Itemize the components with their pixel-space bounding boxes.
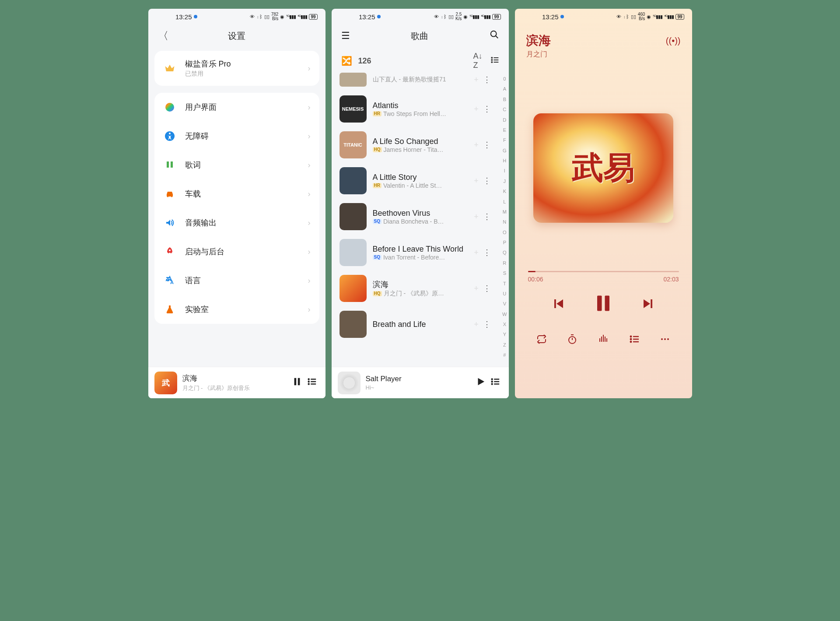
song-row[interactable]: A Little Story HRValentin - A Little St…… xyxy=(338,163,494,199)
alpha-H[interactable]: H xyxy=(502,157,507,165)
np-track-title[interactable]: 滨海 xyxy=(526,32,681,49)
next-button[interactable] xyxy=(641,297,654,313)
pause-button[interactable] xyxy=(290,377,304,389)
equalizer-button[interactable] xyxy=(597,334,609,347)
song-subtitle: HRTwo Steps From Hell… xyxy=(373,110,471,117)
queue-button[interactable] xyxy=(304,377,319,389)
alpha-T[interactable]: T xyxy=(502,280,507,288)
add-button[interactable]: + xyxy=(471,140,482,150)
search-button[interactable] xyxy=(490,30,499,42)
cast-button[interactable]: ((•)) xyxy=(666,36,681,46)
song-more-button[interactable]: ⋮ xyxy=(482,248,492,257)
song-more-button[interactable]: ⋮ xyxy=(482,284,492,293)
alpha-index[interactable]: 0ABCDEFGHIJKLMNOPQRSTUVWXYZ# xyxy=(502,75,507,359)
alpha-M[interactable]: M xyxy=(502,208,507,216)
alpha-L[interactable]: L xyxy=(502,198,507,206)
add-button[interactable]: + xyxy=(471,248,482,257)
alpha-Y[interactable]: Y xyxy=(502,331,507,338)
songs-screen: 13:25 👁 ⋮ᛒ ▯▯ 2.5K/s ◉ ⁵ᴳ▮▮▮ ⁴ᴳ▮▮▮ 99 ☰ … xyxy=(332,9,509,398)
shuffle-button[interactable]: 🔀 xyxy=(341,56,352,66)
alpha-D[interactable]: D xyxy=(502,116,507,124)
mini-player[interactable]: Salt Player Hi~ xyxy=(332,367,509,398)
alpha-X[interactable]: X xyxy=(502,321,507,328)
alpha-K[interactable]: K xyxy=(502,188,507,195)
song-more-button[interactable]: ⋮ xyxy=(482,75,492,84)
song-row[interactable]: Beethoven Virus SQDiana Boncheva - B… + … xyxy=(338,199,494,235)
settings-item-lab[interactable]: 实验室 › xyxy=(154,295,319,324)
np-artist[interactable]: 月之门 xyxy=(526,50,681,59)
more-button[interactable] xyxy=(659,334,671,347)
settings-item-accessibility[interactable]: 无障碍 › xyxy=(154,122,319,151)
pro-card[interactable]: 椒盐音乐 Pro 已禁用 › xyxy=(154,51,319,86)
alpha-E[interactable]: E xyxy=(502,126,507,134)
alpha-S[interactable]: S xyxy=(502,270,507,277)
previous-button[interactable] xyxy=(552,297,565,313)
alpha-R[interactable]: R xyxy=(502,260,507,267)
settings-item-language[interactable]: A 语言 › xyxy=(154,266,319,295)
alpha-O[interactable]: O xyxy=(502,229,507,236)
song-row[interactable]: Breath and Life + ⋮ xyxy=(338,306,494,342)
alpha-N[interactable]: N xyxy=(502,218,507,226)
settings-item-car[interactable]: 车载 › xyxy=(154,179,319,208)
add-button[interactable]: + xyxy=(471,105,482,114)
alpha-V[interactable]: V xyxy=(502,300,507,308)
alpha-Z[interactable]: Z xyxy=(502,341,507,349)
alpha-P[interactable]: P xyxy=(502,239,507,246)
song-row[interactable]: 山下直人 - 最新热歌慢摇71 + ⋮ xyxy=(338,73,494,91)
song-row[interactable]: NEMESIS Atlantis HRTwo Steps From Hell… … xyxy=(338,91,494,127)
progress-bar[interactable]: 00:06 02:03 xyxy=(528,271,679,283)
add-button[interactable]: + xyxy=(471,212,482,221)
song-subtitle: SQIvan Torrent - Before… xyxy=(373,254,471,261)
alpha-G[interactable]: G xyxy=(502,147,507,154)
svg-point-15 xyxy=(490,31,496,37)
song-row[interactable]: 滨海 HQ月之门 - 《武易》原… + ⋮ xyxy=(338,270,494,306)
sort-button[interactable]: A↓Z xyxy=(473,52,482,70)
song-more-button[interactable]: ⋮ xyxy=(482,176,492,186)
settings-item-audio[interactable]: 音频输出 › xyxy=(154,208,319,237)
settings-header: 〈 设置 xyxy=(148,25,326,47)
svg-rect-37 xyxy=(601,337,602,342)
alpha-C[interactable]: C xyxy=(502,106,507,113)
alpha-I[interactable]: I xyxy=(502,167,507,175)
quality-badge: HR xyxy=(373,111,382,116)
add-button[interactable]: + xyxy=(471,75,482,84)
mini-title: 滨海 xyxy=(182,373,290,383)
menu-button[interactable]: ☰ xyxy=(341,30,350,42)
alpha-J[interactable]: J xyxy=(502,178,507,185)
song-more-button[interactable]: ⋮ xyxy=(482,212,492,221)
alpha-F[interactable]: F xyxy=(502,137,507,144)
alpha-#[interactable]: # xyxy=(502,351,507,359)
song-row[interactable]: TITANIC A Life So Changed HQJames Horner… xyxy=(338,127,494,163)
alpha-A[interactable]: A xyxy=(502,85,507,93)
alpha-W[interactable]: W xyxy=(502,311,507,318)
play-button[interactable] xyxy=(473,377,488,389)
song-more-button[interactable]: ⋮ xyxy=(482,104,492,114)
settings-item-palette[interactable]: 用户界面 › xyxy=(154,93,319,122)
queue-button[interactable] xyxy=(628,334,640,347)
alpha-Q[interactable]: Q xyxy=(502,249,507,256)
back-button[interactable]: 〈 xyxy=(158,29,168,43)
list-view-button[interactable] xyxy=(490,56,499,67)
timer-button[interactable] xyxy=(566,334,578,347)
alpha-U[interactable]: U xyxy=(502,290,507,298)
queue-button[interactable] xyxy=(488,377,503,389)
mini-album-art[interactable]: 武 xyxy=(154,372,177,394)
settings-item-lyrics[interactable]: 歌词 › xyxy=(154,151,319,179)
settings-item-rocket[interactable]: 启动与后台 › xyxy=(154,237,319,266)
eye-icon: 👁 xyxy=(250,14,255,19)
song-row[interactable]: Before I Leave This World SQIvan Torrent… xyxy=(338,235,494,270)
song-more-button[interactable]: ⋮ xyxy=(482,319,492,329)
audio-icon xyxy=(163,216,176,229)
alpha-B[interactable]: B xyxy=(502,96,507,103)
add-button[interactable]: + xyxy=(471,176,482,186)
mini-player[interactable]: 武 滨海 月之门 - 《武易》原创音乐 xyxy=(148,367,326,398)
add-button[interactable]: + xyxy=(471,320,482,329)
add-button[interactable]: + xyxy=(471,284,482,293)
album-art[interactable]: 武易 xyxy=(533,113,673,223)
repeat-button[interactable] xyxy=(536,334,548,347)
pause-button[interactable] xyxy=(594,294,612,316)
svg-rect-31 xyxy=(605,296,610,311)
mini-album-art[interactable] xyxy=(338,372,360,394)
song-more-button[interactable]: ⋮ xyxy=(482,140,492,150)
alpha-0[interactable]: 0 xyxy=(502,75,507,83)
